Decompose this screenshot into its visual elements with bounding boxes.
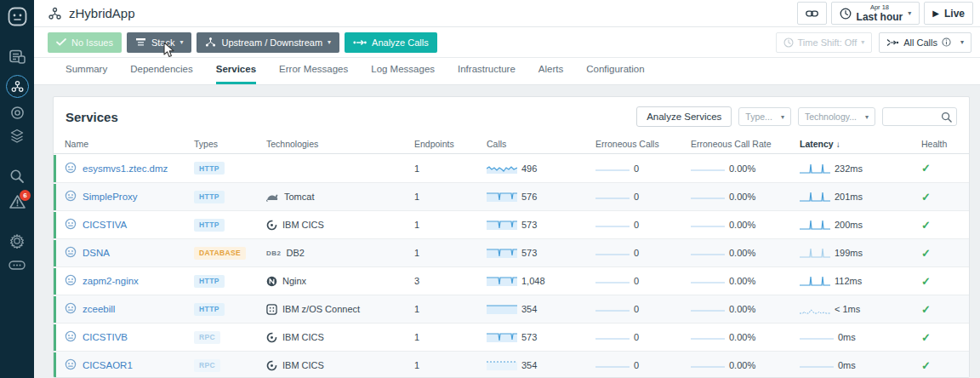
service-icon <box>65 302 77 316</box>
tab-configuration[interactable]: Configuration <box>586 64 644 84</box>
latency-sparkline <box>800 191 830 203</box>
table-row[interactable]: esysmvs1.ztec.dmzHTTP149600.00%232ms✓ <box>54 154 969 182</box>
calls-sparkline <box>487 247 517 259</box>
calls-filter-icon <box>886 38 899 47</box>
column-header-erroneous-calls[interactable]: Erroneous Calls <box>595 139 691 149</box>
service-name-cell[interactable]: zceebill <box>65 302 194 316</box>
content-area: Services Analyze Services Type... ▾ Tech… <box>34 85 980 378</box>
analytics-icon[interactable] <box>0 169 34 184</box>
service-link[interactable]: CICSTIVB <box>83 332 128 342</box>
tab-alerts[interactable]: Alerts <box>538 64 563 84</box>
column-header-technologies[interactable]: Technologies <box>266 139 414 149</box>
platform-icon[interactable] <box>0 129 34 144</box>
erroneous-calls-cell: 0 <box>595 163 691 175</box>
chevron-down-icon: ▾ <box>908 9 911 17</box>
table-row[interactable]: CICSTIVBRPCIBM CICS157300.00%0ms✓ <box>54 323 969 351</box>
service-link[interactable]: SimpleProxy <box>83 192 138 202</box>
service-link[interactable]: CICSAOR1 <box>83 360 133 370</box>
service-technology-cell: Tomcat <box>266 192 414 202</box>
column-header-calls[interactable]: Calls <box>487 139 595 149</box>
column-header-erroneous-call-rate[interactable]: Erroneous Call Rate <box>691 139 800 149</box>
type-filter-select[interactable]: Type... ▾ <box>738 107 791 126</box>
table-row[interactable]: CICSTIVAHTTPIBM CICS157300.00%200ms✓ <box>54 210 969 238</box>
settings-icon[interactable] <box>0 233 34 249</box>
table-row[interactable]: CICSAOR1RPCIBM CICS135400.00%0ms✓ <box>54 351 969 378</box>
events-icon[interactable]: 6 <box>0 194 34 209</box>
time-range-label: Last hour <box>857 12 903 22</box>
time-shift-select[interactable]: Time Shift: Off ▾ <box>776 32 873 53</box>
column-header-types[interactable]: Types <box>194 139 266 149</box>
health-cell: ✓ <box>921 247 969 260</box>
service-icon <box>65 218 77 232</box>
erroneous-calls-sparkline <box>595 247 630 259</box>
service-link[interactable]: DSNA <box>83 248 110 258</box>
search-icon[interactable] <box>941 112 952 123</box>
service-technology-cell: DB2DB2 <box>266 248 414 258</box>
service-name-cell[interactable]: CICSTIVA <box>65 218 194 232</box>
chevron-down-icon: ▾ <box>960 38 964 46</box>
type-badge: HTTP <box>194 162 225 175</box>
analyze-calls-button[interactable]: Analyze Calls <box>345 32 437 53</box>
service-technology-cell: IBM CICS <box>266 360 414 371</box>
column-header-latency[interactable]: Latency↓ <box>800 139 921 149</box>
erroneous-calls-sparkline <box>595 303 630 315</box>
search-input[interactable] <box>888 112 941 122</box>
upstream-downstream-button[interactable]: Upstream / Downstream ▾ <box>197 32 339 53</box>
table-row[interactable]: zceebillHTTPIBM z/OS Connect135400.00%< … <box>54 295 969 323</box>
no-issues-button[interactable]: No Issues <box>48 32 122 53</box>
websites-icon[interactable] <box>0 106 34 120</box>
calls-cell: 573 <box>487 219 595 231</box>
table-row[interactable]: zapm2-nginxHTTPNginx31,04800.00%112ms✓ <box>54 266 969 295</box>
latency-sparkline <box>800 247 830 259</box>
chevron-down-icon: ▾ <box>781 113 784 121</box>
live-button[interactable]: ▶ Live <box>924 2 973 25</box>
technology-filter-select[interactable]: Technology... ▾ <box>798 107 875 126</box>
service-name-cell[interactable]: esysmvs1.ztec.dmz <box>65 162 194 175</box>
table-row[interactable]: DSNADATABASEDB2DB2157300.00%199ms✓ <box>54 238 969 266</box>
erroneous-call-rate-cell: 0.00% <box>691 331 800 343</box>
share-link-button[interactable] <box>797 2 827 25</box>
table-row[interactable]: SimpleProxyHTTPTomcat157600.00%201ms✓ <box>54 182 969 210</box>
endpoints-cell: 3 <box>414 276 487 286</box>
service-link[interactable]: zceebill <box>83 304 115 314</box>
active-ring <box>6 75 29 98</box>
analyze-services-button[interactable]: Analyze Services <box>636 106 732 127</box>
service-name-cell[interactable]: CICSAOR1 <box>65 358 194 372</box>
tab-log-messages[interactable]: Log Messages <box>371 64 435 84</box>
endpoints-cell: 1 <box>414 360 487 370</box>
tab-infrastructure[interactable]: Infrastructure <box>458 64 516 84</box>
tab-summary[interactable]: Summary <box>66 64 107 84</box>
service-name-cell[interactable]: zapm2-nginx <box>65 274 194 288</box>
all-calls-filter[interactable]: All Calls ▾ <box>879 32 971 53</box>
applications-icon[interactable] <box>0 75 34 98</box>
time-range-picker[interactable]: Apr 18 Last hour ▾ <box>831 2 920 25</box>
service-link[interactable]: CICSTIVA <box>83 220 127 230</box>
table-header: NameTypesTechnologiesEndpointsCallsErron… <box>54 135 969 154</box>
tab-bar: SummaryDependenciesServicesError Message… <box>34 58 980 85</box>
erroneous-calls-sparkline <box>595 331 630 343</box>
service-name-cell[interactable]: DSNA <box>65 246 194 260</box>
stack-button[interactable]: Stack ▾ <box>127 32 192 53</box>
calls-cell: 354 <box>487 359 595 371</box>
latency-sparkline <box>800 275 830 287</box>
tab-services[interactable]: Services <box>216 64 256 84</box>
service-link[interactable]: zapm2-nginx <box>83 276 139 286</box>
latency-cell: 199ms <box>800 247 921 259</box>
service-technology-cell: Nginx <box>266 276 414 287</box>
service-name-cell[interactable]: CICSTIVB <box>65 330 194 344</box>
erroneous-call-rate-cell: 0.00% <box>691 163 800 175</box>
service-link[interactable]: esysmvs1.ztec.dmz <box>83 163 168 174</box>
tab-dependencies[interactable]: Dependencies <box>130 64 193 84</box>
column-header-health[interactable]: Health <box>921 139 969 149</box>
calls-sparkline <box>487 359 517 371</box>
erroneous-call-rate-sparkline <box>691 219 725 231</box>
dashboards-icon[interactable] <box>0 49 34 65</box>
instana-logo[interactable] <box>0 7 34 26</box>
endpoints-cell: 1 <box>414 304 487 314</box>
service-name-cell[interactable]: SimpleProxy <box>65 190 194 203</box>
sort-desc-icon: ↓ <box>836 140 840 149</box>
column-header-endpoints[interactable]: Endpoints <box>414 139 487 149</box>
column-header-name[interactable]: Name <box>65 139 194 149</box>
more-icon[interactable] <box>0 261 34 270</box>
tab-error-messages[interactable]: Error Messages <box>279 64 348 84</box>
